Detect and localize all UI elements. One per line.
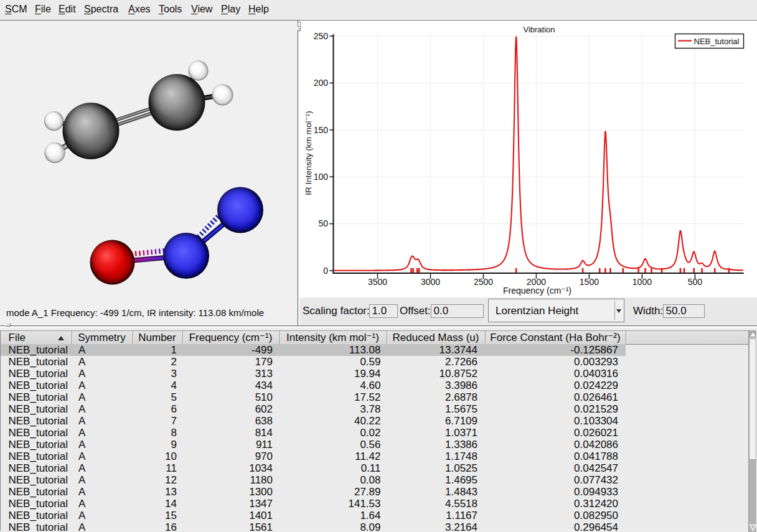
svg-text:2500: 2500 bbox=[474, 277, 493, 287]
svg-text:100: 100 bbox=[314, 172, 329, 182]
svg-text:IR Intensity (km mol⁻¹): IR Intensity (km mol⁻¹) bbox=[304, 111, 313, 195]
svg-text:1500: 1500 bbox=[580, 277, 599, 287]
svg-text:500: 500 bbox=[688, 277, 703, 287]
svg-text:3500: 3500 bbox=[368, 277, 387, 287]
svg-text:250: 250 bbox=[314, 31, 329, 41]
svg-text:NEB_tutorial: NEB_tutorial bbox=[694, 37, 740, 46]
svg-text:Frequency (cm⁻¹): Frequency (cm⁻¹) bbox=[503, 286, 571, 296]
svg-text:Vibration: Vibration bbox=[523, 25, 555, 34]
svg-text:1000: 1000 bbox=[632, 277, 652, 287]
svg-text:3000: 3000 bbox=[421, 277, 440, 287]
svg-text:150: 150 bbox=[314, 125, 329, 135]
svg-text:200: 200 bbox=[314, 78, 329, 88]
svg-text:50: 50 bbox=[318, 218, 328, 228]
svg-text:0: 0 bbox=[323, 266, 328, 276]
